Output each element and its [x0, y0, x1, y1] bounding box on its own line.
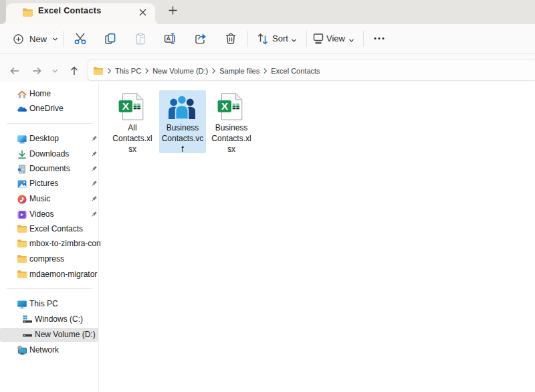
svg-text:X: X — [221, 100, 229, 112]
svg-text:X: X — [122, 100, 130, 112]
